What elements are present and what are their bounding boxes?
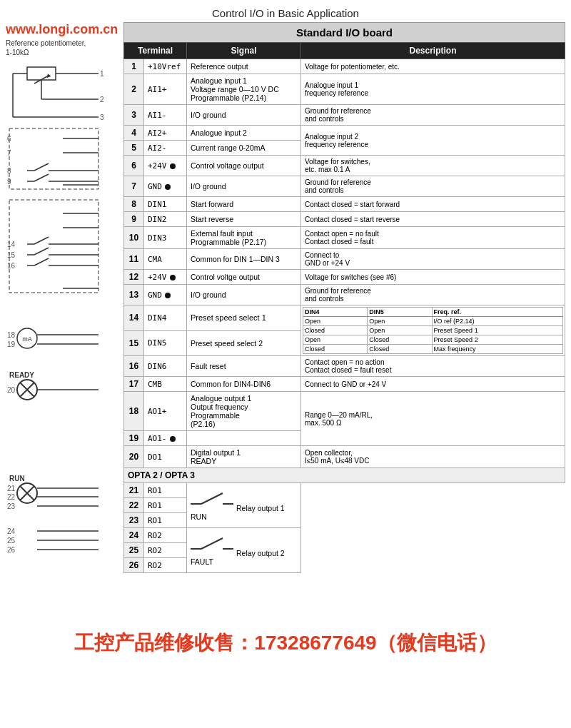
- th-description: Description: [301, 43, 565, 59]
- terminal-label: CMB: [144, 377, 187, 392]
- table-row: 21RO1Relay output 1 RUN: [124, 483, 565, 498]
- description-cell: Voltage for potentiometer, etc.: [301, 59, 565, 74]
- terminal-number: 3: [124, 105, 144, 126]
- terminal-number: 11: [124, 249, 144, 270]
- table-row: 1+10VrefReference outputVoltage for pote…: [124, 59, 565, 74]
- table-row: 7GNDI/O groundGround for reference and c…: [124, 176, 565, 197]
- terminal-label: DIN3: [144, 227, 187, 249]
- svg-line-36: [34, 248, 49, 255]
- signal-cell: Digital output 1 READY: [187, 446, 301, 468]
- th-terminal: Terminal: [124, 43, 187, 59]
- svg-text:23: 23: [7, 502, 16, 510]
- description-cell: Analogue input 2 frequency reference: [301, 126, 565, 156]
- terminal-number: 9: [124, 212, 144, 227]
- signal-cell: I/O ground: [187, 105, 301, 126]
- description-cell: Contact closed = start forward: [301, 197, 565, 212]
- signal-cell: I/O ground: [187, 285, 301, 305]
- terminal-number: 7: [124, 176, 144, 197]
- signal-cell: Reference output: [187, 59, 301, 74]
- signal-cell: Analogue input 1 Voltage range 0—10 V DC…: [187, 74, 301, 105]
- table-row: 3AI1-I/O groundGround for reference and …: [124, 105, 565, 126]
- svg-line-20: [34, 163, 49, 171]
- table-row: 13GNDI/O groundGround for reference and …: [124, 285, 565, 305]
- table-row: 18AO1+Analogue output 1 Output frequency…: [124, 392, 565, 431]
- table-row: 16DIN6Fault resetContact open = no actio…: [124, 356, 565, 377]
- ref-pot-label: Reference potentiometer, 1-10kΩ: [6, 39, 123, 57]
- terminal-number: 16: [124, 356, 144, 377]
- table-row: 2AI1+Analogue input 1 Voltage range 0—10…: [124, 74, 565, 105]
- terminal-label: AI1-: [144, 105, 187, 126]
- description-cell: Range 0—20 mA/RL, max. 500 Ω: [301, 392, 565, 446]
- signal-cell: Control voltage output: [187, 156, 301, 176]
- description-cell: Contact open = no action Contact closed …: [301, 356, 565, 377]
- svg-text:3: 3: [100, 113, 104, 121]
- terminal-label: +24V: [144, 270, 187, 285]
- terminal-number: 13: [124, 285, 144, 305]
- terminal-number: 20: [124, 446, 144, 468]
- terminal-label: AI2-: [144, 141, 187, 156]
- svg-text:READY: READY: [9, 371, 34, 379]
- svg-text:18: 18: [7, 331, 16, 339]
- table-row: 24RO2Relay output 2 FAULT: [124, 528, 565, 543]
- terminal-number: 15: [124, 330, 144, 356]
- description-cell: Voltage for switches, etc. max 0.1 A: [301, 156, 565, 176]
- description-cell: Ground for reference and controls: [301, 105, 565, 126]
- svg-text:14: 14: [7, 241, 16, 248]
- svg-text:15: 15: [7, 251, 16, 259]
- opta-header-row: OPTA 2 / OPTA 3: [124, 468, 565, 483]
- terminal-label: +24V: [144, 156, 187, 176]
- table-row: 20DO1Digital output 1 READYOpen collecto…: [124, 446, 565, 468]
- description-cell: Connect to GND or +24 V: [301, 249, 565, 270]
- svg-text:25: 25: [7, 537, 16, 545]
- board-title: Standard I/O board: [123, 22, 565, 42]
- signal-cell: Control voltge output: [187, 270, 301, 285]
- table-row: 6+24VControl voltage outputVoltage for s…: [124, 156, 565, 176]
- signal-cell: Fault reset: [187, 356, 301, 377]
- table-row: 12+24VControl voltge outputVoltage for s…: [124, 270, 565, 285]
- description-cell: Open collector, I≤50 mA, U≤48 VDC: [301, 446, 565, 468]
- terminal-number: 8: [124, 197, 144, 212]
- terminal-label: DIN1: [144, 197, 187, 212]
- svg-line-40: [34, 258, 49, 266]
- description-cell: Connect to GND or +24 V: [301, 377, 565, 392]
- description-cell: Contact closed = start reverse: [301, 212, 565, 227]
- opta-header: OPTA 2 / OPTA 3: [124, 468, 565, 483]
- svg-text:20: 20: [7, 386, 16, 394]
- svg-rect-14: [9, 128, 98, 189]
- svg-text:6: 6: [7, 135, 11, 143]
- table-row: 8DIN1Start forwardContact closed = start…: [124, 197, 565, 212]
- svg-text:21: 21: [7, 485, 16, 492]
- th-signal: Signal: [187, 43, 301, 59]
- terminal-label: GND: [144, 285, 187, 305]
- relay-signal-cell: Relay output 1 RUN: [187, 483, 301, 528]
- signal-cell: [187, 431, 301, 446]
- table-row: 9DIN2Start reverseContact closed = start…: [124, 212, 565, 227]
- terminal-label: +10Vref: [144, 59, 187, 74]
- signal-cell: Common for DIN4-DIN6: [187, 377, 301, 392]
- terminal-number: 1: [124, 59, 144, 74]
- table-row: 4AI2+Analogue input 2Analogue input 2 fr…: [124, 126, 565, 141]
- terminal-label: AO1-: [144, 431, 187, 446]
- svg-text:7: 7: [7, 149, 11, 157]
- svg-line-76: [201, 538, 223, 549]
- signal-cell: Analogue input 2: [187, 126, 301, 141]
- terminal-number: 4: [124, 126, 144, 141]
- svg-line-73: [201, 493, 223, 504]
- description-cell: Voltage for switches (see #6): [301, 270, 565, 285]
- terminal-label: GND: [144, 176, 187, 197]
- terminal-number: 6: [124, 156, 144, 176]
- signal-cell: Current range 0-20mA: [187, 141, 301, 156]
- svg-text:RUN: RUN: [9, 475, 25, 482]
- terminal-label: DO1: [144, 446, 187, 468]
- table-row: 14DIN4Preset speed select 1DIN4DIN5Freq.…: [124, 305, 565, 331]
- description-cell: Analogue input 1 frequency reference: [301, 74, 565, 105]
- terminal-label: AI1+: [144, 74, 187, 105]
- description-cell: Ground for reference and controls: [301, 176, 565, 197]
- signal-cell: Analogue output 1 Output frequency Progr…: [187, 392, 301, 431]
- svg-text:9: 9: [7, 178, 11, 186]
- svg-text:mA: mA: [22, 335, 32, 343]
- table-row: 11CMACommon for DIN 1—DIN 3Connect to GN…: [124, 249, 565, 270]
- terminal-label: DIN2: [144, 212, 187, 227]
- terminal-label: AO1+: [144, 392, 187, 431]
- signal-cell: Common for DIN 1—DIN 3: [187, 249, 301, 270]
